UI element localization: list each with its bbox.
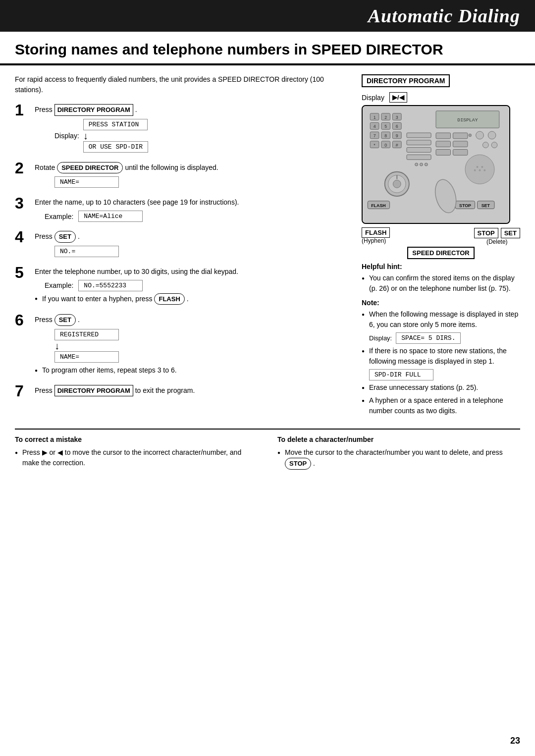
step-3-example-label: Example: xyxy=(45,213,73,220)
svg-point-37 xyxy=(479,169,481,171)
step-6-period: . xyxy=(78,316,80,324)
step-6-display-line-2: NAME= xyxy=(54,351,119,363)
step-3: 3 Enter the name, up to 10 characters (s… xyxy=(15,197,347,224)
svg-text:*: * xyxy=(374,143,375,148)
step-1-arrow: ↓ xyxy=(83,130,88,141)
svg-rect-45 xyxy=(453,150,468,156)
step-3-content: Enter the name, up to 10 characters (see… xyxy=(35,197,347,224)
svg-text:DISPLAY: DISPLAY xyxy=(457,117,478,123)
svg-rect-42 xyxy=(436,141,451,147)
step-4-text: Press SET . xyxy=(35,231,347,243)
stop-set-labels: STOP SET xyxy=(474,228,520,238)
step-1-press: Press xyxy=(35,106,53,113)
note-display-row-1: Display: SPACE= 5 DIRS. xyxy=(369,332,520,344)
step-4-press: Press xyxy=(35,232,53,240)
svg-text:2: 2 xyxy=(384,115,387,120)
svg-text:FLASH: FLASH xyxy=(371,203,385,208)
step-7-after: to exit the program. xyxy=(135,386,195,394)
step-5-example-label: Example: xyxy=(45,281,73,289)
bottom-left-title: To correct a mistake xyxy=(15,435,258,443)
step-number-2: 2 xyxy=(15,160,30,176)
bottom-left: To correct a mistake Press ▶ or ◀ to mov… xyxy=(15,435,258,472)
svg-rect-40 xyxy=(436,133,451,139)
step-1-content: Press DIRECTORY PROGRAM . Display: PRESS… xyxy=(35,104,347,155)
step-5-example-display: NO.=5552233 xyxy=(78,280,143,291)
bottom-section: To correct a mistake Press ▶ or ◀ to mov… xyxy=(15,429,520,472)
svg-rect-41 xyxy=(453,133,468,139)
hyphen-label: (Hyphen) xyxy=(362,237,390,244)
flash-label-area: FLASH (Hyphen) xyxy=(362,228,390,244)
step-1-display-line-1: PRESS STATION xyxy=(83,119,148,130)
intro-paragraph: For rapid access to frequently dialed nu… xyxy=(15,74,347,95)
svg-text:1: 1 xyxy=(374,115,376,120)
svg-text:5: 5 xyxy=(384,124,387,129)
step-6-display-line-1: REGISTERED xyxy=(54,329,119,340)
step-6-bullet: To program other items, repeat steps 3 t… xyxy=(35,365,347,376)
svg-point-35 xyxy=(477,166,479,168)
step-6-text: Press SET . xyxy=(35,314,347,326)
step-5-bullet-text: If you want to enter a hyphen, press xyxy=(42,295,153,303)
step-number-3: 3 xyxy=(15,195,30,211)
step-number-4: 4 xyxy=(15,229,30,245)
page-title: Automatic Dialing xyxy=(0,5,520,27)
flash-label: FLASH xyxy=(362,227,390,238)
left-column: For rapid access to frequently dialed nu… xyxy=(15,74,362,419)
step-6-content: Press SET . REGISTERED ↓ NAME= To progra… xyxy=(35,314,347,378)
step-1-period: . xyxy=(135,106,137,113)
svg-point-51 xyxy=(420,163,423,166)
step-3-example-display: NAME=Alice xyxy=(78,211,143,222)
svg-text:#: # xyxy=(396,143,398,148)
bottom-right-title: To delete a character/number xyxy=(277,435,520,443)
step-1-key: DIRECTORY PROGRAM xyxy=(54,104,133,116)
step-number-7: 7 xyxy=(15,383,30,399)
stop-set-area: STOP SET (Delete) xyxy=(474,228,520,245)
step-5-example-row: Example: NO.=5552233 xyxy=(45,280,347,291)
bottom-right: To delete a character/number Move the cu… xyxy=(277,435,520,472)
step-2-text: Rotate SPEED DIRECTOR until the followin… xyxy=(35,162,347,174)
step-number-1: 1 xyxy=(15,102,30,118)
step-4-display-row: NO.= xyxy=(54,246,347,257)
step-7-content: Press DIRECTORY PROGRAM to exit the prog… xyxy=(35,385,347,400)
note-display-label: Display: xyxy=(369,334,392,342)
svg-rect-43 xyxy=(453,141,468,147)
step-7-press: Press xyxy=(35,386,53,394)
svg-point-28 xyxy=(488,131,496,139)
step-1-display-line-2: OR USE SPD-DIR xyxy=(83,141,148,153)
phone-diagram: DISPLAY 1 2 3 4 5 6 7 xyxy=(362,105,510,224)
helpful-hint-section: Helpful hint: You can confirm the stored… xyxy=(362,263,520,294)
page-number: 23 xyxy=(510,736,520,746)
step-6: 6 Press SET . REGISTERED ↓ NAME= To prog… xyxy=(15,314,347,378)
step-7-text: Press DIRECTORY PROGRAM to exit the prog… xyxy=(35,385,347,397)
step-1-text: Press DIRECTORY PROGRAM . xyxy=(35,104,347,116)
bottom-right-bullet: Move the cursor to the character/number … xyxy=(277,447,520,470)
step-1-display-stack: PRESS STATION ↓ OR USE SPD-DIR xyxy=(83,119,148,153)
bottom-right-after: . xyxy=(313,459,315,467)
bottom-left-bullet: Press ▶ or ◀ to move the cursor to the i… xyxy=(15,447,258,468)
step-7-key: DIRECTORY PROGRAM xyxy=(54,385,133,397)
svg-text:4: 4 xyxy=(374,124,376,129)
note-display-2: SPD-DIR FULL xyxy=(369,369,433,380)
helpful-hint-bullet: You can confirm the stored items on the … xyxy=(362,273,520,294)
step-2: 2 Rotate SPEED DIRECTOR until the follow… xyxy=(15,162,347,191)
nav-arrows: ▶/◀ xyxy=(389,92,407,103)
step-7: 7 Press DIRECTORY PROGRAM to exit the pr… xyxy=(15,385,347,400)
svg-point-50 xyxy=(415,163,418,166)
dir-program-label: DIRECTORY PROGRAM xyxy=(362,74,450,87)
step-number-6: 6 xyxy=(15,312,30,328)
step-2-content: Rotate SPEED DIRECTOR until the followin… xyxy=(35,162,347,191)
step-2-rotate: Rotate xyxy=(35,163,57,171)
svg-rect-47 xyxy=(407,140,431,145)
note-display-row-2: SPD-DIR FULL xyxy=(369,369,520,380)
step-3-example-row: Example: NAME=Alice xyxy=(45,211,347,222)
page-header: Automatic Dialing xyxy=(0,0,535,32)
note-bullet-1: When the following message is displayed … xyxy=(362,309,520,330)
diagram-labels: FLASH (Hyphen) STOP SET (Delete) xyxy=(362,228,520,245)
note-title: Note: xyxy=(362,299,520,307)
step-2-until: until the following is displayed. xyxy=(125,163,218,171)
svg-point-30 xyxy=(491,142,497,148)
svg-point-38 xyxy=(483,169,485,171)
step-5-flash-key: FLASH xyxy=(154,293,184,305)
svg-text:0: 0 xyxy=(384,143,387,148)
step-1: 1 Press DIRECTORY PROGRAM . Display: PRE… xyxy=(15,104,347,155)
svg-point-52 xyxy=(425,163,428,166)
